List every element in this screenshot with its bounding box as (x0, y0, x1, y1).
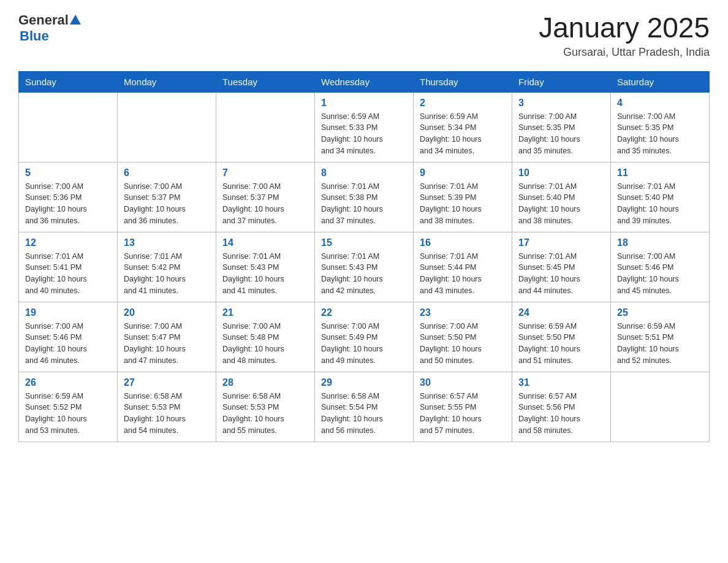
day-info: Sunrise: 7:00 AM Sunset: 5:36 PM Dayligh… (25, 181, 111, 227)
day-info: Sunrise: 6:59 AM Sunset: 5:34 PM Dayligh… (420, 111, 506, 157)
day-number: 25 (617, 307, 703, 318)
day-number: 7 (222, 167, 308, 178)
week-row: 19Sunrise: 7:00 AM Sunset: 5:46 PM Dayli… (19, 302, 710, 372)
calendar-cell: 16Sunrise: 7:01 AM Sunset: 5:44 PM Dayli… (414, 232, 512, 302)
calendar-cell: 13Sunrise: 7:01 AM Sunset: 5:42 PM Dayli… (118, 232, 216, 302)
calendar-cell: 9Sunrise: 7:01 AM Sunset: 5:39 PM Daylig… (414, 162, 512, 232)
calendar-cell: 24Sunrise: 6:59 AM Sunset: 5:50 PM Dayli… (512, 302, 611, 372)
day-number: 28 (222, 377, 308, 388)
day-number: 1 (321, 98, 407, 109)
day-number: 18 (617, 237, 703, 248)
calendar-cell: 26Sunrise: 6:59 AM Sunset: 5:52 PM Dayli… (19, 372, 118, 442)
calendar-cell: 4Sunrise: 7:00 AM Sunset: 5:35 PM Daylig… (611, 92, 710, 162)
day-info: Sunrise: 7:00 AM Sunset: 5:37 PM Dayligh… (222, 181, 308, 227)
calendar-cell: 11Sunrise: 7:01 AM Sunset: 5:40 PM Dayli… (611, 162, 710, 232)
day-number: 22 (321, 307, 407, 318)
logo-general-text: General (18, 12, 69, 28)
day-info: Sunrise: 7:01 AM Sunset: 5:41 PM Dayligh… (25, 251, 111, 297)
day-info: Sunrise: 7:01 AM Sunset: 5:43 PM Dayligh… (321, 251, 407, 297)
calendar-header-row: SundayMondayTuesdayWednesdayThursdayFrid… (19, 71, 710, 92)
calendar-cell: 2Sunrise: 6:59 AM Sunset: 5:34 PM Daylig… (414, 92, 512, 162)
calendar-cell: 14Sunrise: 7:01 AM Sunset: 5:43 PM Dayli… (216, 232, 315, 302)
day-info: Sunrise: 7:00 AM Sunset: 5:46 PM Dayligh… (25, 321, 111, 367)
calendar-cell: 30Sunrise: 6:57 AM Sunset: 5:55 PM Dayli… (414, 372, 512, 442)
day-number: 8 (321, 167, 407, 178)
day-number: 23 (420, 307, 506, 318)
day-info: Sunrise: 6:59 AM Sunset: 5:51 PM Dayligh… (617, 321, 703, 367)
day-number: 13 (124, 237, 210, 248)
day-number: 3 (518, 98, 604, 109)
day-of-week-header: Wednesday (315, 71, 414, 92)
calendar-cell: 15Sunrise: 7:01 AM Sunset: 5:43 PM Dayli… (315, 232, 414, 302)
calendar-cell: 12Sunrise: 7:01 AM Sunset: 5:41 PM Dayli… (19, 232, 118, 302)
day-of-week-header: Saturday (611, 71, 710, 92)
calendar-cell: 23Sunrise: 7:00 AM Sunset: 5:50 PM Dayli… (414, 302, 512, 372)
day-info: Sunrise: 7:00 AM Sunset: 5:48 PM Dayligh… (222, 321, 308, 367)
day-info: Sunrise: 7:01 AM Sunset: 5:38 PM Dayligh… (321, 181, 407, 227)
calendar-cell: 22Sunrise: 7:00 AM Sunset: 5:49 PM Dayli… (315, 302, 414, 372)
day-number: 27 (124, 377, 210, 388)
day-info: Sunrise: 7:01 AM Sunset: 5:42 PM Dayligh… (124, 251, 210, 297)
day-info: Sunrise: 7:00 AM Sunset: 5:49 PM Dayligh… (321, 321, 407, 367)
day-info: Sunrise: 6:59 AM Sunset: 5:33 PM Dayligh… (321, 111, 407, 157)
day-info: Sunrise: 7:01 AM Sunset: 5:39 PM Dayligh… (420, 181, 506, 227)
calendar-cell (118, 92, 216, 162)
day-number: 14 (222, 237, 308, 248)
calendar-cell: 21Sunrise: 7:00 AM Sunset: 5:48 PM Dayli… (216, 302, 315, 372)
day-of-week-header: Tuesday (216, 71, 315, 92)
calendar-cell: 28Sunrise: 6:58 AM Sunset: 5:53 PM Dayli… (216, 372, 315, 442)
week-row: 26Sunrise: 6:59 AM Sunset: 5:52 PM Dayli… (19, 372, 710, 442)
calendar-cell (19, 92, 118, 162)
day-info: Sunrise: 7:00 AM Sunset: 5:46 PM Dayligh… (617, 251, 703, 297)
day-number: 10 (518, 167, 604, 178)
day-info: Sunrise: 6:59 AM Sunset: 5:50 PM Dayligh… (518, 321, 604, 367)
day-number: 24 (518, 307, 604, 318)
day-of-week-header: Friday (512, 71, 611, 92)
calendar-cell: 25Sunrise: 6:59 AM Sunset: 5:51 PM Dayli… (611, 302, 710, 372)
day-info: Sunrise: 6:59 AM Sunset: 5:52 PM Dayligh… (25, 391, 111, 437)
calendar-cell: 20Sunrise: 7:00 AM Sunset: 5:47 PM Dayli… (118, 302, 216, 372)
day-info: Sunrise: 6:58 AM Sunset: 5:54 PM Dayligh… (321, 391, 407, 437)
logo-blue-text: Blue (20, 28, 49, 44)
calendar-cell: 3Sunrise: 7:00 AM Sunset: 5:35 PM Daylig… (512, 92, 611, 162)
day-number: 5 (25, 167, 111, 178)
calendar-cell: 27Sunrise: 6:58 AM Sunset: 5:53 PM Dayli… (118, 372, 216, 442)
calendar-cell (611, 372, 710, 442)
day-number: 26 (25, 377, 111, 388)
calendar-cell: 1Sunrise: 6:59 AM Sunset: 5:33 PM Daylig… (315, 92, 414, 162)
day-of-week-header: Sunday (19, 71, 118, 92)
day-number: 4 (617, 98, 703, 109)
calendar-cell: 10Sunrise: 7:01 AM Sunset: 5:40 PM Dayli… (512, 162, 611, 232)
day-info: Sunrise: 7:00 AM Sunset: 5:35 PM Dayligh… (518, 111, 604, 157)
calendar-cell: 29Sunrise: 6:58 AM Sunset: 5:54 PM Dayli… (315, 372, 414, 442)
day-number: 31 (518, 377, 604, 388)
calendar-table: SundayMondayTuesdayWednesdayThursdayFrid… (18, 71, 710, 442)
day-number: 15 (321, 237, 407, 248)
calendar-cell: 18Sunrise: 7:00 AM Sunset: 5:46 PM Dayli… (611, 232, 710, 302)
day-info: Sunrise: 7:01 AM Sunset: 5:45 PM Dayligh… (518, 251, 604, 297)
day-number: 12 (25, 237, 111, 248)
day-number: 19 (25, 307, 111, 318)
week-row: 12Sunrise: 7:01 AM Sunset: 5:41 PM Dayli… (19, 232, 710, 302)
day-of-week-header: Monday (118, 71, 216, 92)
week-row: 5Sunrise: 7:00 AM Sunset: 5:36 PM Daylig… (19, 162, 710, 232)
day-number: 6 (124, 167, 210, 178)
day-number: 30 (420, 377, 506, 388)
day-info: Sunrise: 7:01 AM Sunset: 5:43 PM Dayligh… (222, 251, 308, 297)
day-info: Sunrise: 7:01 AM Sunset: 5:44 PM Dayligh… (420, 251, 506, 297)
day-info: Sunrise: 7:00 AM Sunset: 5:50 PM Dayligh… (420, 321, 506, 367)
calendar-cell: 7Sunrise: 7:00 AM Sunset: 5:37 PM Daylig… (216, 162, 315, 232)
day-number: 17 (518, 237, 604, 248)
calendar-cell: 31Sunrise: 6:57 AM Sunset: 5:56 PM Dayli… (512, 372, 611, 442)
location-text: Gursarai, Uttar Pradesh, India (539, 46, 710, 59)
page-header: General Blue January 2025 Gursarai, Utta… (18, 12, 710, 59)
calendar-cell (216, 92, 315, 162)
day-info: Sunrise: 6:57 AM Sunset: 5:55 PM Dayligh… (420, 391, 506, 437)
day-number: 2 (420, 98, 506, 109)
calendar-cell: 17Sunrise: 7:01 AM Sunset: 5:45 PM Dayli… (512, 232, 611, 302)
day-info: Sunrise: 7:01 AM Sunset: 5:40 PM Dayligh… (617, 181, 703, 227)
day-info: Sunrise: 6:57 AM Sunset: 5:56 PM Dayligh… (518, 391, 604, 437)
week-row: 1Sunrise: 6:59 AM Sunset: 5:33 PM Daylig… (19, 92, 710, 162)
day-number: 29 (321, 377, 407, 388)
day-of-week-header: Thursday (414, 71, 512, 92)
